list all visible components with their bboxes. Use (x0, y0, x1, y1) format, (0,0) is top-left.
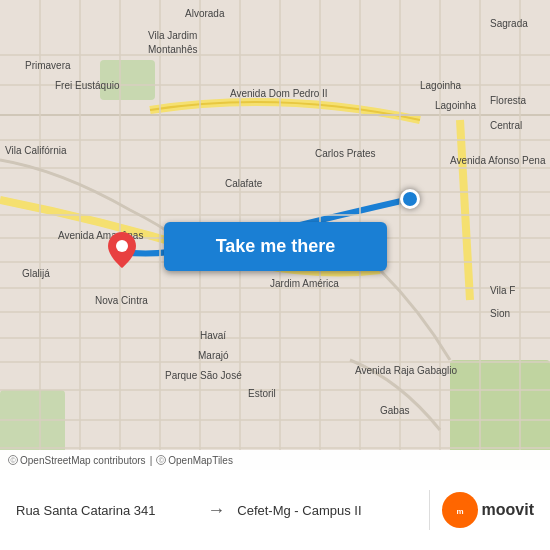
moovit-icon: m (442, 492, 478, 528)
bottom-bar-content: Rua Santa Catarina 341 → Cefet-Mg - Camp… (16, 490, 534, 530)
origin-marker (400, 189, 420, 209)
bottom-bar: Rua Santa Catarina 341 → Cefet-Mg - Camp… (0, 470, 550, 550)
moovit-logo: m moovit (442, 492, 534, 528)
svg-text:m: m (456, 507, 463, 516)
map-container: AlvoradaVila JardimMontanhêsPrimaveraSag… (0, 0, 550, 470)
svg-rect-3 (100, 60, 155, 100)
destination-marker (108, 232, 136, 268)
omt-attribution: OpenMapTiles (168, 455, 233, 466)
origin-text: Rua Santa Catarina 341 (16, 503, 195, 518)
moovit-svg: m (448, 498, 472, 522)
svg-point-34 (116, 240, 128, 252)
take-me-there-label: Take me there (216, 236, 336, 257)
osm-attribution: OpenStreetMap contributors (20, 455, 146, 466)
take-me-there-button[interactable]: Take me there (164, 222, 387, 271)
map-attribution: © OpenStreetMap contributors | © OpenMap… (0, 450, 550, 470)
moovit-text: moovit (482, 501, 534, 519)
arrow-icon: → (207, 500, 225, 521)
destination-text: Cefet-Mg - Campus II (237, 503, 416, 518)
divider (429, 490, 430, 530)
